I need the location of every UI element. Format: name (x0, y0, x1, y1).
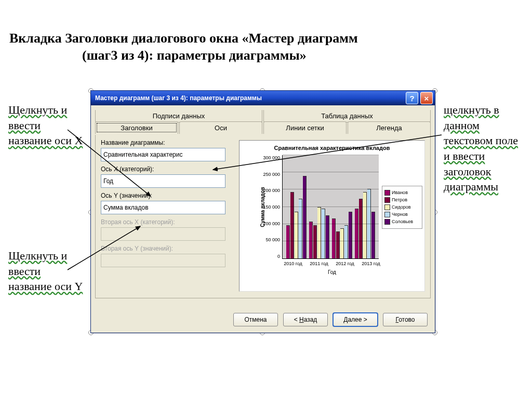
close-button[interactable]: × (420, 92, 433, 104)
finish-button[interactable]: Готово (383, 313, 428, 326)
tab-axes[interactable]: Оси (179, 121, 262, 134)
bar (322, 209, 325, 258)
legend-item: Сидоров (384, 204, 420, 210)
tab-data-labels[interactable]: Подписи данных (95, 110, 262, 122)
y2-axis-label: Вторая ось Y (значений): (101, 245, 236, 252)
chart-wizard-dialog: Мастер диаграмм (шаг 3 из 4): параметры … (90, 90, 434, 332)
legend-item: Иванов (384, 190, 420, 196)
chart-title-input[interactable] (101, 148, 225, 161)
callout-chart-title: щелкнуть в данном текстовом поле и ввест… (444, 102, 527, 195)
x-axis-input[interactable] (101, 174, 225, 188)
bar (349, 212, 352, 258)
preview-y-axis: 300 000250 000200 000150 000100 00050 00… (254, 155, 282, 259)
bar-group (309, 207, 329, 258)
bar (299, 199, 302, 258)
preview-ylabel: Сумма вкладов (260, 187, 265, 227)
bar (332, 218, 336, 258)
y2-axis-input (101, 254, 225, 267)
x2-axis-label: Вторая ось X (категорий): (101, 218, 236, 226)
dialog-titlebar: Мастер диаграмм (шаг 3 из 4): параметры … (91, 91, 435, 105)
bar (336, 231, 340, 258)
bar (303, 176, 307, 258)
bar (363, 192, 367, 258)
bar (313, 225, 317, 258)
y-axis-label: Ось Y (значений): (101, 192, 236, 199)
preview-legend: ИвановПетровСидоровЧерновСоловьев (382, 186, 422, 229)
bar (344, 225, 348, 258)
bar (290, 192, 294, 258)
preview-xlabel: Год (242, 269, 422, 275)
tab-row-lower: Заголовки Оси Линии сетки Легенда (95, 121, 431, 134)
next-button[interactable]: Далее > (333, 313, 378, 326)
tab-row-upper: Подписи данных Таблица данных (95, 109, 431, 122)
bar-group (286, 176, 307, 258)
back-button[interactable]: < Назад (283, 313, 328, 326)
help-button[interactable]: ? (406, 92, 418, 104)
page-title-line2: (шаг3 из 4): параметры диаграммы» (82, 48, 307, 63)
preview-plot-area (282, 155, 379, 259)
bar (326, 215, 329, 258)
bar (355, 209, 358, 258)
x-axis-label: Ось X (категорий): (101, 166, 236, 173)
bar (340, 228, 344, 258)
bar (309, 222, 313, 258)
preview-chart-title: Сравнительная характеристика вкладов (242, 145, 422, 151)
cancel-button[interactable]: Отмена (233, 313, 278, 326)
callout-axis-x: Щелкнуть и ввести название оси X (8, 102, 86, 148)
page-title: Вкладка Заголовки диалогового окна «Маст… (9, 30, 415, 64)
tab-titles[interactable]: Заголовки (95, 121, 178, 134)
x2-axis-input (101, 227, 225, 241)
chart-title-label: Название диаграммы: (101, 139, 236, 146)
tab-panel: Название диаграммы: Ось X (категорий): О… (95, 134, 431, 298)
bar (371, 212, 375, 258)
dialog-title: Мастер диаграмм (шаг 3 из 4): параметры … (95, 94, 404, 102)
bar (359, 199, 363, 258)
dialog-buttons: Отмена < Назад Далее > Готово (233, 313, 428, 326)
y-axis-input[interactable] (101, 201, 225, 214)
bar (295, 212, 298, 258)
tab-legend[interactable]: Легенда (348, 121, 431, 134)
legend-item: Соловьев (384, 219, 420, 225)
legend-item: Петров (384, 197, 420, 203)
callout-axis-y: Щелкнуть и ввести название оси Y (8, 248, 86, 294)
page-title-line1: Вкладка Заголовки диалогового окна «Маст… (9, 31, 358, 46)
chart-preview: Сравнительная характеристика вкладов Сум… (239, 140, 425, 292)
bar (317, 207, 321, 258)
legend-item: Чернов (384, 212, 420, 217)
bar-group (332, 212, 352, 258)
titles-form: Название диаграммы: Ось X (категорий): О… (101, 139, 236, 271)
tab-data-table[interactable]: Таблица данных (263, 110, 431, 122)
preview-x-axis: 2010 год2011 год2012 год2013 год (280, 261, 384, 266)
tab-gridlines[interactable]: Линии сетки (263, 121, 347, 134)
bar (286, 225, 290, 258)
